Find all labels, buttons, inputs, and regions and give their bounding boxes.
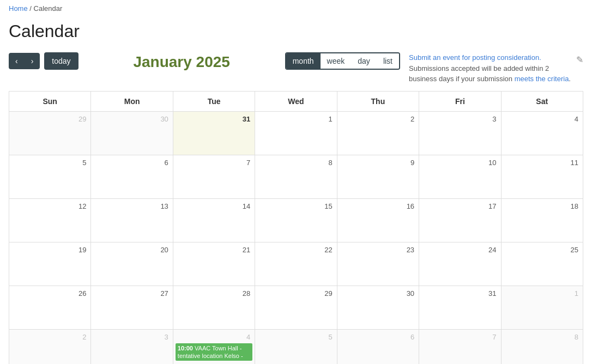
calendar-cell[interactable]: 23: [337, 242, 419, 286]
day-number: 31: [176, 114, 252, 124]
calendar-cell[interactable]: 7: [173, 155, 255, 198]
view-month-button[interactable]: month: [286, 53, 321, 69]
calendar-cell[interactable]: 10: [419, 155, 501, 198]
day-number: 25: [504, 245, 581, 255]
day-number: 3: [421, 114, 498, 124]
day-number: 26: [11, 288, 88, 299]
calendar-cell[interactable]: 2: [337, 111, 419, 155]
calendar-cell[interactable]: 7: [419, 329, 501, 364]
day-number: 10: [421, 157, 498, 168]
calendar-cell[interactable]: 410:00 VAAC Town Hall - tentative locati…: [173, 329, 255, 364]
day-number: 8: [257, 157, 334, 168]
calendar-cell[interactable]: 20: [91, 242, 173, 286]
day-number: 31: [421, 288, 498, 299]
today-button[interactable]: today: [44, 52, 78, 70]
calendar-cell[interactable]: 30: [91, 111, 173, 155]
day-number: 29: [11, 114, 88, 124]
criteria-link[interactable]: meets the criteria: [515, 75, 569, 83]
calendar-cell[interactable]: 14: [173, 198, 255, 242]
col-sat: Sat: [501, 91, 583, 111]
calendar-cell[interactable]: 31: [173, 111, 255, 155]
month-label: January 2025: [87, 52, 276, 71]
calendar-cell[interactable]: 9: [337, 155, 419, 198]
col-wed: Wed: [255, 91, 337, 111]
calendar-cell[interactable]: 18: [501, 198, 583, 242]
calendar-cell[interactable]: 22: [255, 242, 337, 286]
toolbar-left: ‹ › today: [9, 52, 78, 70]
calendar-week-row: 2930311234: [9, 111, 583, 155]
view-week-button[interactable]: week: [321, 53, 352, 69]
day-number: 19: [11, 245, 88, 255]
calendar-cell[interactable]: 1: [255, 111, 337, 155]
calendar-cell[interactable]: 12: [9, 198, 91, 242]
calendar-week-row: 2627282930311: [9, 286, 583, 329]
next-button[interactable]: ›: [25, 53, 40, 69]
day-number: 1: [257, 114, 334, 124]
day-number: 30: [93, 114, 170, 124]
breadcrumb-home-link[interactable]: Home: [9, 4, 28, 13]
calendar-cell[interactable]: 24: [419, 242, 501, 286]
day-number: 6: [93, 157, 170, 168]
calendar-cell[interactable]: 1: [501, 286, 583, 329]
day-number: 13: [93, 201, 170, 211]
day-number: 20: [93, 245, 170, 255]
day-number: 27: [93, 288, 170, 299]
calendar-container: Sun Mon Tue Wed Thu Fri Sat 293031123456…: [0, 91, 592, 365]
day-number: 17: [421, 201, 498, 211]
calendar-week-row: 19202122232425: [9, 242, 583, 286]
calendar-cell[interactable]: 29: [255, 286, 337, 329]
day-number: 8: [504, 332, 581, 342]
col-sun: Sun: [9, 91, 91, 111]
edit-icon[interactable]: ✎: [576, 53, 583, 66]
view-list-button[interactable]: list: [377, 53, 399, 69]
calendar-event[interactable]: 10:00 VAAC Town Hall - tentative locatio…: [176, 343, 252, 361]
day-number: 1: [504, 288, 581, 299]
calendar-cell[interactable]: 2: [9, 329, 91, 364]
view-buttons: month week day list: [285, 52, 400, 70]
calendar-table: Sun Mon Tue Wed Thu Fri Sat 293031123456…: [9, 91, 583, 365]
calendar-cell[interactable]: 19: [9, 242, 91, 286]
day-number: 23: [340, 245, 416, 255]
calendar-cell[interactable]: 21: [173, 242, 255, 286]
days-of-week-row: Sun Mon Tue Wed Thu Fri Sat: [9, 91, 583, 111]
prev-button[interactable]: ‹: [9, 53, 25, 69]
calendar-cell[interactable]: 28: [173, 286, 255, 329]
calendar-cell[interactable]: 13: [91, 198, 173, 242]
day-number: 2: [11, 332, 88, 342]
calendar-cell[interactable]: 4: [501, 111, 583, 155]
calendar-cell[interactable]: 5: [255, 329, 337, 364]
calendar-cell[interactable]: 5: [9, 155, 91, 198]
col-mon: Mon: [91, 91, 173, 111]
calendar-cell[interactable]: 8: [501, 329, 583, 364]
breadcrumb: Home / Calendar: [0, 0, 592, 17]
calendar-cell[interactable]: 15: [255, 198, 337, 242]
calendar-cell[interactable]: 17: [419, 198, 501, 242]
calendar-cell[interactable]: 8: [255, 155, 337, 198]
calendar-cell[interactable]: 16: [337, 198, 419, 242]
calendar-cell[interactable]: 26: [9, 286, 91, 329]
calendar-cell[interactable]: 25: [501, 242, 583, 286]
calendar-week-row: 23410:00 VAAC Town Hall - tentative loca…: [9, 329, 583, 364]
calendar-cell[interactable]: 6: [91, 155, 173, 198]
calendar-cell[interactable]: 6: [337, 329, 419, 364]
day-number: 11: [504, 157, 581, 168]
calendar-cell[interactable]: 3: [91, 329, 173, 364]
calendar-cell[interactable]: 3: [419, 111, 501, 155]
day-number: 12: [11, 201, 88, 211]
submit-event-link[interactable]: Submit an event for posting consideratio…: [409, 53, 541, 62]
day-number: 2: [340, 114, 416, 124]
col-thu: Thu: [337, 91, 419, 111]
calendar-cell[interactable]: 11: [501, 155, 583, 198]
breadcrumb-current: Calendar: [34, 4, 63, 13]
calendar-cell[interactable]: 31: [419, 286, 501, 329]
calendar-cell[interactable]: 27: [91, 286, 173, 329]
day-number: 9: [340, 157, 416, 168]
calendar-cell[interactable]: 30: [337, 286, 419, 329]
nav-buttons: ‹ ›: [9, 53, 40, 69]
calendar-cell[interactable]: 29: [9, 111, 91, 155]
day-number: 22: [257, 245, 334, 255]
day-number: 24: [421, 245, 498, 255]
calendar-header: Sun Mon Tue Wed Thu Fri Sat: [9, 91, 583, 111]
breadcrumb-separator: /: [29, 4, 33, 13]
view-day-button[interactable]: day: [351, 53, 377, 69]
